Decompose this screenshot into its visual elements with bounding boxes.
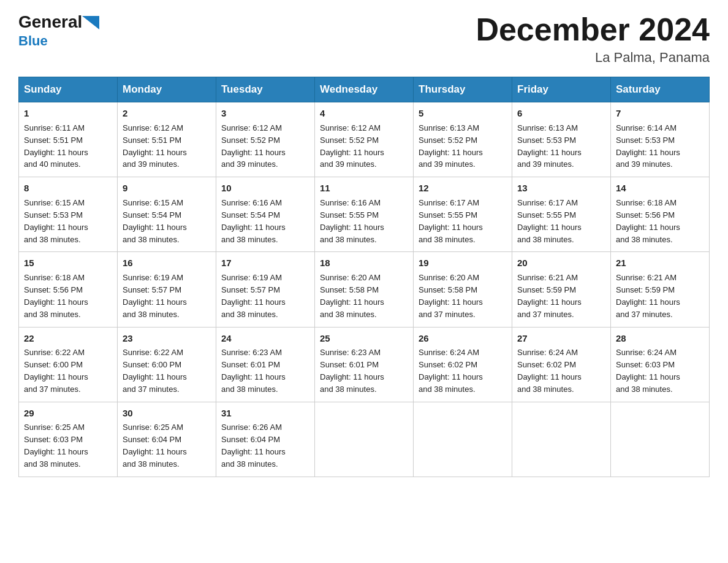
day-info: Sunrise: 6:19 AMSunset: 5:57 PMDaylight:… — [123, 273, 187, 319]
calendar-header-row: Sunday Monday Tuesday Wednesday Thursday… — [19, 77, 710, 102]
calendar-week-row: 8Sunrise: 6:15 AMSunset: 5:53 PMDaylight… — [19, 177, 710, 252]
day-number: 20 — [517, 256, 605, 270]
logo-blue-text: Blue — [18, 33, 48, 48]
table-row: 10Sunrise: 6:16 AMSunset: 5:54 PMDayligh… — [216, 177, 315, 252]
table-row: 22Sunrise: 6:22 AMSunset: 6:00 PMDayligh… — [19, 327, 118, 402]
day-number: 4 — [320, 107, 408, 120]
day-number: 17 — [221, 256, 309, 270]
day-number: 11 — [320, 182, 408, 195]
table-row: 2Sunrise: 6:12 AMSunset: 5:51 PMDaylight… — [118, 102, 216, 177]
day-info: Sunrise: 6:25 AMSunset: 6:04 PMDaylight:… — [123, 423, 187, 469]
table-row: 17Sunrise: 6:19 AMSunset: 5:57 PMDayligh… — [216, 252, 315, 327]
day-number: 19 — [419, 256, 507, 270]
table-row: 25Sunrise: 6:23 AMSunset: 6:01 PMDayligh… — [315, 327, 414, 402]
day-info: Sunrise: 6:17 AMSunset: 5:55 PMDaylight:… — [517, 198, 582, 244]
table-row: 28Sunrise: 6:24 AMSunset: 6:03 PMDayligh… — [611, 327, 710, 402]
day-info: Sunrise: 6:13 AMSunset: 5:52 PMDaylight:… — [419, 123, 483, 169]
table-row: 27Sunrise: 6:24 AMSunset: 6:02 PMDayligh… — [512, 327, 611, 402]
day-info: Sunrise: 6:12 AMSunset: 5:52 PMDaylight:… — [221, 123, 286, 169]
day-info: Sunrise: 6:20 AMSunset: 5:58 PMDaylight:… — [419, 273, 483, 319]
table-row: 16Sunrise: 6:19 AMSunset: 5:57 PMDayligh… — [118, 252, 216, 327]
col-thursday: Thursday — [414, 77, 512, 102]
table-row — [414, 402, 512, 477]
calendar-table: Sunday Monday Tuesday Wednesday Thursday… — [18, 77, 710, 477]
day-number: 23 — [123, 332, 211, 345]
day-info: Sunrise: 6:23 AMSunset: 6:01 PMDaylight:… — [221, 348, 286, 394]
table-row — [611, 402, 710, 477]
day-info: Sunrise: 6:21 AMSunset: 5:59 PMDaylight:… — [517, 273, 582, 319]
table-row: 13Sunrise: 6:17 AMSunset: 5:55 PMDayligh… — [512, 177, 611, 252]
table-row: 4Sunrise: 6:12 AMSunset: 5:52 PMDaylight… — [315, 102, 414, 177]
month-title: December 2024 — [476, 12, 710, 47]
table-row: 12Sunrise: 6:17 AMSunset: 5:55 PMDayligh… — [414, 177, 512, 252]
table-row: 23Sunrise: 6:22 AMSunset: 6:00 PMDayligh… — [118, 327, 216, 402]
col-tuesday: Tuesday — [216, 77, 315, 102]
day-number: 1 — [24, 107, 112, 120]
day-info: Sunrise: 6:20 AMSunset: 5:58 PMDaylight:… — [320, 273, 384, 319]
table-row — [315, 402, 414, 477]
table-row: 8Sunrise: 6:15 AMSunset: 5:53 PMDaylight… — [19, 177, 118, 252]
col-sunday: Sunday — [19, 77, 118, 102]
col-saturday: Saturday — [611, 77, 710, 102]
col-friday: Friday — [512, 77, 611, 102]
logo-general-text: General — [18, 12, 82, 32]
day-info: Sunrise: 6:18 AMSunset: 5:56 PMDaylight:… — [616, 198, 680, 244]
table-row: 29Sunrise: 6:25 AMSunset: 6:03 PMDayligh… — [19, 402, 118, 477]
table-row: 15Sunrise: 6:18 AMSunset: 5:56 PMDayligh… — [19, 252, 118, 327]
col-wednesday: Wednesday — [315, 77, 414, 102]
location-text: La Palma, Panama — [476, 50, 710, 66]
calendar-week-row: 1Sunrise: 6:11 AMSunset: 5:51 PMDaylight… — [19, 102, 710, 177]
day-info: Sunrise: 6:14 AMSunset: 5:53 PMDaylight:… — [616, 123, 680, 169]
day-number: 18 — [320, 256, 408, 270]
svg-marker-0 — [82, 16, 99, 29]
day-info: Sunrise: 6:24 AMSunset: 6:02 PMDaylight:… — [517, 348, 582, 394]
day-number: 13 — [517, 182, 605, 195]
day-number: 6 — [517, 107, 605, 120]
page-header: General Blue December 2024 La Palma, Pan… — [18, 12, 710, 66]
table-row: 11Sunrise: 6:16 AMSunset: 5:55 PMDayligh… — [315, 177, 414, 252]
logo: General Blue — [18, 12, 99, 49]
day-number: 8 — [24, 182, 112, 195]
day-number: 5 — [419, 107, 507, 120]
day-number: 25 — [320, 332, 408, 345]
table-row: 1Sunrise: 6:11 AMSunset: 5:51 PMDaylight… — [19, 102, 118, 177]
table-row: 20Sunrise: 6:21 AMSunset: 5:59 PMDayligh… — [512, 252, 611, 327]
table-row: 26Sunrise: 6:24 AMSunset: 6:02 PMDayligh… — [414, 327, 512, 402]
day-number: 27 — [517, 332, 605, 345]
day-info: Sunrise: 6:25 AMSunset: 6:03 PMDaylight:… — [24, 423, 88, 469]
table-row: 18Sunrise: 6:20 AMSunset: 5:58 PMDayligh… — [315, 252, 414, 327]
day-number: 30 — [123, 407, 211, 420]
day-info: Sunrise: 6:19 AMSunset: 5:57 PMDaylight:… — [221, 273, 286, 319]
day-info: Sunrise: 6:16 AMSunset: 5:54 PMDaylight:… — [221, 198, 286, 244]
day-number: 28 — [616, 332, 704, 345]
day-number: 29 — [24, 407, 112, 420]
table-row: 31Sunrise: 6:26 AMSunset: 6:04 PMDayligh… — [216, 402, 315, 477]
day-number: 7 — [616, 107, 704, 120]
day-number: 21 — [616, 256, 704, 270]
table-row — [512, 402, 611, 477]
day-info: Sunrise: 6:26 AMSunset: 6:04 PMDaylight:… — [221, 423, 286, 469]
day-info: Sunrise: 6:17 AMSunset: 5:55 PMDaylight:… — [419, 198, 483, 244]
table-row: 6Sunrise: 6:13 AMSunset: 5:53 PMDaylight… — [512, 102, 611, 177]
day-info: Sunrise: 6:15 AMSunset: 5:54 PMDaylight:… — [123, 198, 187, 244]
calendar-week-row: 22Sunrise: 6:22 AMSunset: 6:00 PMDayligh… — [19, 327, 710, 402]
day-number: 9 — [123, 182, 211, 195]
day-info: Sunrise: 6:18 AMSunset: 5:56 PMDaylight:… — [24, 273, 88, 319]
day-info: Sunrise: 6:11 AMSunset: 5:51 PMDaylight:… — [24, 123, 88, 169]
day-number: 10 — [221, 182, 309, 195]
day-info: Sunrise: 6:13 AMSunset: 5:53 PMDaylight:… — [517, 123, 582, 169]
day-number: 24 — [221, 332, 309, 345]
day-number: 2 — [123, 107, 211, 120]
day-number: 16 — [123, 256, 211, 270]
table-row: 14Sunrise: 6:18 AMSunset: 5:56 PMDayligh… — [611, 177, 710, 252]
day-info: Sunrise: 6:21 AMSunset: 5:59 PMDaylight:… — [616, 273, 680, 319]
day-info: Sunrise: 6:16 AMSunset: 5:55 PMDaylight:… — [320, 198, 384, 244]
day-info: Sunrise: 6:22 AMSunset: 6:00 PMDaylight:… — [24, 348, 88, 394]
day-info: Sunrise: 6:12 AMSunset: 5:52 PMDaylight:… — [320, 123, 384, 169]
day-number: 3 — [221, 107, 309, 120]
title-section: December 2024 La Palma, Panama — [476, 12, 710, 66]
day-info: Sunrise: 6:24 AMSunset: 6:03 PMDaylight:… — [616, 348, 680, 394]
day-number: 12 — [419, 182, 507, 195]
day-info: Sunrise: 6:22 AMSunset: 6:00 PMDaylight:… — [123, 348, 187, 394]
calendar-week-row: 15Sunrise: 6:18 AMSunset: 5:56 PMDayligh… — [19, 252, 710, 327]
